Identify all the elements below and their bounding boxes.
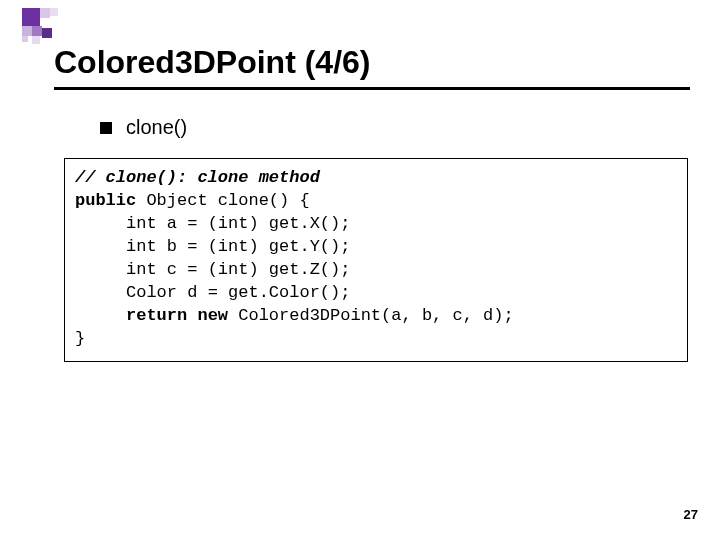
- decor-square: [22, 8, 40, 26]
- bullet-text: clone(): [126, 116, 187, 139]
- code-kw-public: public: [75, 191, 136, 210]
- code-l8: }: [75, 329, 85, 348]
- code-l2: Object clone() {: [136, 191, 309, 210]
- decor-square: [32, 26, 42, 36]
- code-l3: int a = (int) get.X();: [126, 214, 350, 233]
- code-l5: int c = (int) get.Z();: [126, 260, 350, 279]
- slide-title: Colored3DPoint (4/6): [54, 44, 690, 90]
- code-comment: // clone(): clone method: [75, 168, 320, 187]
- bullet-row: clone(): [100, 116, 187, 139]
- decor-square: [22, 26, 32, 36]
- decor-square: [22, 36, 28, 42]
- decor-square: [40, 8, 50, 18]
- code-l6: Color d = get.Color();: [126, 283, 350, 302]
- code-kw-return: return new: [126, 306, 228, 325]
- decor-square: [32, 36, 40, 44]
- page-number: 27: [684, 507, 698, 522]
- code-l4: int b = (int) get.Y();: [126, 237, 350, 256]
- square-bullet-icon: [100, 122, 112, 134]
- decor-square: [42, 28, 52, 38]
- code-box: // clone(): clone method public Object c…: [64, 158, 688, 362]
- decor-square: [50, 8, 58, 16]
- code-l7: Colored3DPoint(a, b, c, d);: [228, 306, 514, 325]
